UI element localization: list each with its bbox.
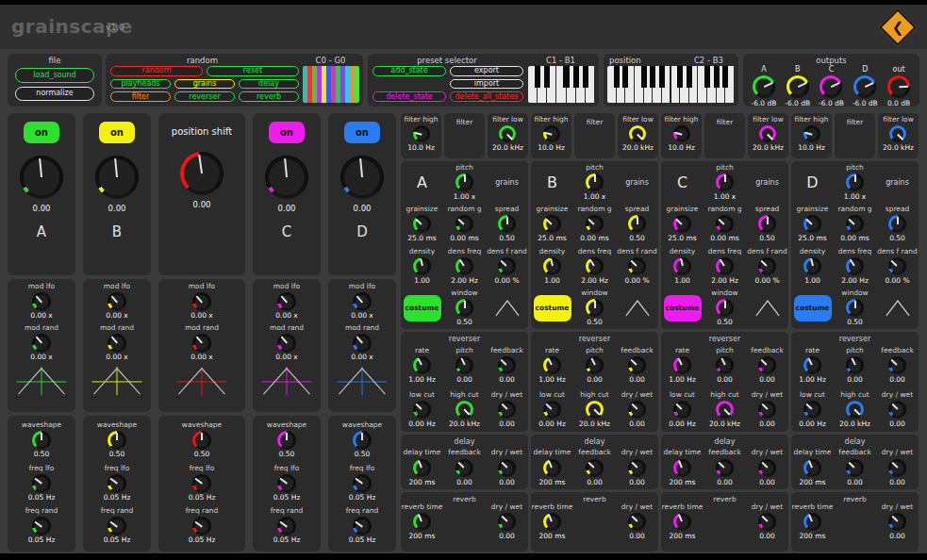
filter-low-knob[interactable] bbox=[629, 125, 646, 142]
load-sound-button[interactable]: load_sound bbox=[15, 68, 94, 83]
waveshape-knob[interactable] bbox=[277, 431, 296, 450]
high-cut-knob[interactable] bbox=[846, 401, 864, 419]
dens-freq-knob[interactable] bbox=[846, 257, 864, 275]
filter-high-knob[interactable] bbox=[803, 125, 820, 142]
export-button[interactable]: export bbox=[450, 66, 523, 76]
main-knob[interactable] bbox=[180, 152, 223, 195]
reverb-time-knob[interactable] bbox=[543, 513, 561, 531]
pitch-knob[interactable] bbox=[716, 173, 734, 191]
delay-time-knob[interactable] bbox=[673, 459, 691, 477]
window-knob[interactable] bbox=[846, 299, 864, 317]
window-knob[interactable] bbox=[455, 299, 473, 317]
delay-time-knob[interactable] bbox=[803, 459, 821, 477]
freq-rand-knob[interactable] bbox=[192, 517, 211, 535]
rate-knob[interactable] bbox=[543, 356, 561, 374]
high-cut-knob[interactable] bbox=[716, 401, 734, 419]
main-knob[interactable] bbox=[340, 156, 384, 199]
mod-rand-knob[interactable] bbox=[32, 334, 51, 353]
mod-rand-knob[interactable] bbox=[353, 334, 372, 353]
pitch-knob[interactable] bbox=[455, 356, 473, 374]
piano-black-key[interactable] bbox=[535, 66, 540, 88]
spread-knob[interactable] bbox=[498, 215, 516, 233]
dens-f-rand-knob[interactable] bbox=[888, 257, 906, 275]
freq-lfo-knob[interactable] bbox=[32, 474, 51, 493]
output-knob-b[interactable] bbox=[786, 75, 809, 98]
piano-black-key[interactable] bbox=[704, 66, 710, 88]
grainsize-knob[interactable] bbox=[673, 215, 691, 233]
dry-wet-knob[interactable] bbox=[628, 513, 646, 531]
filter-low-knob[interactable] bbox=[889, 125, 906, 142]
freq-rand-knob[interactable] bbox=[108, 517, 126, 535]
filter-high-knob[interactable] bbox=[673, 125, 690, 142]
filter-button[interactable]: filter bbox=[110, 91, 171, 102]
dry-wet-knob[interactable] bbox=[498, 459, 516, 477]
piano-black-key[interactable] bbox=[583, 66, 588, 88]
grainsize-knob[interactable] bbox=[543, 215, 561, 233]
rate-knob[interactable] bbox=[413, 356, 431, 374]
grainsize-knob[interactable] bbox=[413, 215, 431, 233]
window-knob[interactable] bbox=[586, 299, 604, 317]
freq-lfo-knob[interactable] bbox=[108, 474, 126, 493]
piano-black-key[interactable] bbox=[714, 66, 720, 88]
mod-lfo-knob[interactable] bbox=[108, 292, 126, 311]
feedback-knob[interactable] bbox=[846, 459, 864, 477]
filter-low-knob[interactable] bbox=[759, 125, 776, 142]
costume-button[interactable]: costume bbox=[534, 295, 571, 321]
random-g-knob[interactable] bbox=[586, 215, 604, 233]
mod-rand-knob[interactable] bbox=[192, 334, 211, 353]
import-button[interactable]: import bbox=[450, 79, 523, 90]
low-cut-knob[interactable] bbox=[543, 401, 561, 419]
delete-all-states-button[interactable]: delete_all_states bbox=[450, 91, 523, 102]
freq-rand-knob[interactable] bbox=[32, 517, 51, 535]
piano-black-key[interactable] bbox=[622, 66, 628, 88]
filter-high-knob[interactable] bbox=[543, 125, 560, 142]
mod-lfo-knob[interactable] bbox=[353, 292, 372, 311]
pitch-knob[interactable] bbox=[586, 356, 604, 374]
dry-wet-knob[interactable] bbox=[498, 401, 516, 419]
pitch-knob[interactable] bbox=[586, 173, 604, 191]
on-button[interactable]: on bbox=[269, 122, 305, 143]
random-g-knob[interactable] bbox=[716, 215, 734, 233]
on-button[interactable]: on bbox=[344, 122, 380, 143]
random-g-knob[interactable] bbox=[455, 215, 473, 233]
normalize-button[interactable]: normalize bbox=[15, 87, 94, 102]
app-logo[interactable]: ❮ bbox=[880, 9, 916, 45]
pitch-knob[interactable] bbox=[846, 173, 864, 191]
dry-wet-knob[interactable] bbox=[888, 459, 906, 477]
mod-rand-knob[interactable] bbox=[108, 334, 126, 353]
dens-f-rand-knob[interactable] bbox=[628, 257, 646, 275]
high-cut-knob[interactable] bbox=[455, 401, 473, 419]
low-cut-knob[interactable] bbox=[673, 401, 691, 419]
spread-knob[interactable] bbox=[888, 215, 906, 233]
piano-black-key[interactable] bbox=[641, 66, 647, 88]
dens-freq-knob[interactable] bbox=[586, 257, 604, 275]
dry-wet-knob[interactable] bbox=[628, 401, 646, 419]
mod-rand-knob[interactable] bbox=[277, 334, 296, 353]
filter-high-knob[interactable] bbox=[413, 125, 430, 142]
spread-knob[interactable] bbox=[628, 215, 646, 233]
random-button[interactable]: random bbox=[110, 66, 203, 76]
density-knob[interactable] bbox=[413, 257, 431, 275]
dens-freq-knob[interactable] bbox=[716, 257, 734, 275]
random-g-knob[interactable] bbox=[846, 215, 864, 233]
costume-button[interactable]: costume bbox=[404, 295, 441, 321]
reverser-button[interactable]: reverser bbox=[174, 91, 235, 102]
piano-black-key[interactable] bbox=[563, 66, 569, 88]
main-knob[interactable] bbox=[95, 156, 139, 199]
low-cut-knob[interactable] bbox=[413, 401, 431, 419]
freq-rand-knob[interactable] bbox=[353, 517, 372, 535]
pitch-knob[interactable] bbox=[455, 173, 473, 191]
piano-black-key[interactable] bbox=[687, 66, 692, 88]
dry-wet-knob[interactable] bbox=[628, 459, 646, 477]
output-knob-a[interactable] bbox=[753, 75, 775, 98]
waveshape-knob[interactable] bbox=[108, 431, 126, 450]
dry-wet-knob[interactable] bbox=[758, 401, 776, 419]
low-cut-knob[interactable] bbox=[803, 401, 821, 419]
feedback-knob[interactable] bbox=[455, 459, 473, 477]
feedback-knob[interactable] bbox=[586, 459, 604, 477]
piano-black-key[interactable] bbox=[650, 66, 655, 88]
spread-knob[interactable] bbox=[758, 215, 776, 233]
dry-wet-knob[interactable] bbox=[498, 513, 516, 531]
feedback-knob[interactable] bbox=[888, 356, 906, 374]
waveshape-knob[interactable] bbox=[32, 431, 51, 450]
